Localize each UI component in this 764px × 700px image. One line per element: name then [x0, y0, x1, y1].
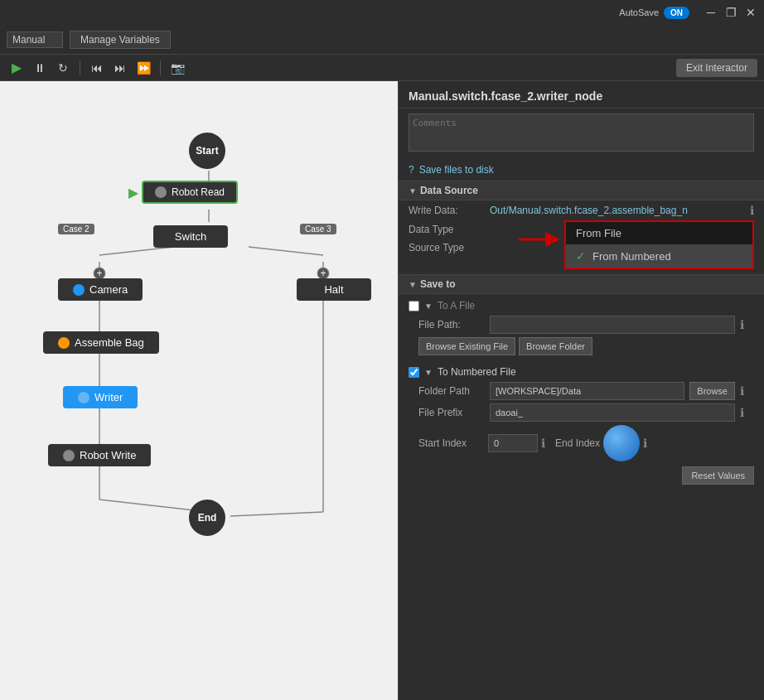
to-numbered-section: ▼ To Numbered File Folder Path Browse ℹ …: [399, 360, 764, 491]
right-panel: Manual.switch.fcase_2.writer_node ? Save…: [398, 81, 764, 700]
file-path-info[interactable]: ℹ: [740, 318, 744, 331]
maximize-button[interactable]: ❐: [724, 6, 737, 19]
write-data-row: Write Data: Out/Manual.switch.fcase_2.as…: [399, 200, 764, 220]
pause-button[interactable]: ⏸: [30, 58, 50, 78]
play-icon: ▶: [128, 185, 138, 200]
fast-forward-button[interactable]: ⏭: [110, 58, 130, 78]
switch-node[interactable]: Switch: [153, 225, 228, 248]
from-file-label: From File: [576, 227, 621, 239]
autosave-label: AutoSave: [619, 7, 659, 17]
step-forward-button[interactable]: ⏩: [133, 58, 153, 78]
end-node[interactable]: End: [189, 500, 225, 536]
end-index-info[interactable]: ℹ: [643, 437, 647, 450]
write-data-info-icon[interactable]: ℹ: [750, 204, 754, 217]
file-path-input[interactable]: [490, 316, 735, 334]
robot-read-node[interactable]: ▶ Robot Read: [128, 181, 238, 204]
source-type-label: Source Type: [409, 242, 483, 253]
to-a-file-row: ▼ To A File: [409, 297, 754, 314]
from-numbered-label: From Numbered: [592, 250, 671, 263]
writer-node[interactable]: Writer: [63, 386, 138, 408]
browse-existing-button[interactable]: Browse Existing File: [418, 337, 515, 355]
step-back-button[interactable]: ⏮: [87, 58, 107, 78]
save-files-label: Save files to disk: [419, 164, 494, 176]
data-type-dropdown[interactable]: From File ✓ From Numbered: [564, 220, 754, 269]
robot-write-label: Robot Write: [80, 449, 136, 461]
case2-node: Case 2: [58, 224, 94, 234]
case2-label: Case 2: [58, 224, 94, 234]
camera-label: Camera: [89, 283, 128, 296]
camera-rect: Camera: [58, 278, 143, 301]
camera-node[interactable]: Camera: [58, 278, 143, 301]
play-button[interactable]: ▶: [7, 58, 27, 78]
robot-read-rect: Robot Read: [142, 181, 238, 204]
to-numbered-row: ▼ To Numbered File: [409, 364, 754, 380]
save-to-triangle: ▼: [409, 280, 417, 289]
reset-row: Reset Values: [409, 463, 754, 488]
end-node-label: End: [189, 500, 225, 536]
data-type-source-area: Data Type Source Type F: [399, 220, 764, 271]
svg-point-13: [94, 268, 105, 279]
index-row: Start Index ℹ End Index ℹ: [409, 423, 754, 463]
assemble-icon: [58, 337, 70, 349]
robot-read-icon: [155, 186, 167, 198]
data-type-label: Data Type: [409, 224, 483, 235]
robot-write-node[interactable]: Robot Write: [48, 444, 151, 466]
assemble-bag-rect: Assemble Bag: [43, 331, 159, 354]
browse-folder-button[interactable]: Browse Folder: [519, 337, 592, 355]
browse-folder-path-button[interactable]: Browse: [689, 382, 735, 400]
comments-section: [399, 109, 764, 159]
main-content: + + Start ▶ Robot Read Switch Case 2 Cas…: [0, 81, 764, 700]
folder-path-info[interactable]: ℹ: [740, 384, 744, 398]
refresh-button[interactable]: ↻: [53, 58, 73, 78]
toolbar: ▶ ⏸ ↻ ⏮ ⏭ ⏩ 📷 Exit Interactor: [0, 55, 764, 81]
to-numbered-checkbox[interactable]: [409, 367, 419, 378]
svg-line-2: [99, 247, 174, 255]
start-index-label: Start Index: [418, 437, 485, 449]
halt-label: Halt: [297, 278, 371, 301]
start-node-label: Start: [189, 133, 225, 169]
start-node[interactable]: Start: [189, 133, 225, 169]
autosave-toggle[interactable]: ON: [664, 7, 689, 19]
save-files-row[interactable]: ? Save files to disk: [399, 159, 764, 181]
robot-read-label: Robot Read: [172, 186, 225, 198]
file-prefix-info[interactable]: ℹ: [740, 406, 744, 419]
svg-text:+: +: [320, 268, 326, 279]
to-a-file-checkbox[interactable]: [409, 301, 419, 311]
writer-icon: [78, 392, 89, 403]
assemble-bag-node[interactable]: Assemble Bag: [43, 331, 159, 354]
triangle-icon: ▼: [409, 186, 417, 196]
toolbar-separator: [80, 60, 80, 75]
from-numbered-option[interactable]: ✓ From Numbered: [566, 244, 752, 268]
folder-path-input[interactable]: [490, 382, 684, 400]
mode-select[interactable]: Manual: [7, 31, 63, 48]
manage-variables-button[interactable]: Manage Variables: [70, 31, 171, 49]
comments-input[interactable]: [409, 113, 754, 152]
start-index-info[interactable]: ℹ: [541, 437, 545, 450]
from-file-option[interactable]: From File: [566, 222, 752, 244]
halt-node[interactable]: Halt: [297, 278, 371, 301]
writer-label: Writer: [94, 391, 123, 403]
robot-write-rect: Robot Write: [48, 444, 151, 466]
camera-button[interactable]: 📷: [167, 58, 187, 78]
start-index-input[interactable]: [488, 434, 538, 452]
case3-node: Case 3: [300, 224, 336, 234]
data-source-header: ▼ Data Source: [399, 181, 764, 200]
exit-interactor-button[interactable]: Exit Interactor: [676, 59, 757, 77]
write-data-label: Write Data:: [409, 205, 483, 216]
autosave-area: AutoSave ON: [619, 7, 689, 19]
folder-path-row: Folder Path Browse ℹ: [409, 380, 754, 402]
file-prefix-input[interactable]: [490, 403, 735, 422]
data-source-label: Data Source: [420, 185, 478, 196]
taf-triangle: ▼: [424, 302, 433, 311]
check-icon: ✓: [576, 249, 586, 263]
end-index-value: [603, 425, 640, 461]
reset-values-button[interactable]: Reset Values: [682, 466, 754, 485]
titlebar: AutoSave ON ─ ❐ ✕: [0, 0, 764, 25]
close-button[interactable]: ✕: [744, 6, 757, 19]
writer-rect: Writer: [63, 386, 138, 408]
assemble-bag-label: Assemble Bag: [75, 336, 144, 349]
minimize-button[interactable]: ─: [704, 6, 718, 19]
workflow-canvas[interactable]: + + Start ▶ Robot Read Switch Case 2 Cas…: [0, 81, 398, 700]
to-numbered-label: To Numbered File: [438, 366, 516, 378]
case3-label: Case 3: [300, 224, 336, 234]
